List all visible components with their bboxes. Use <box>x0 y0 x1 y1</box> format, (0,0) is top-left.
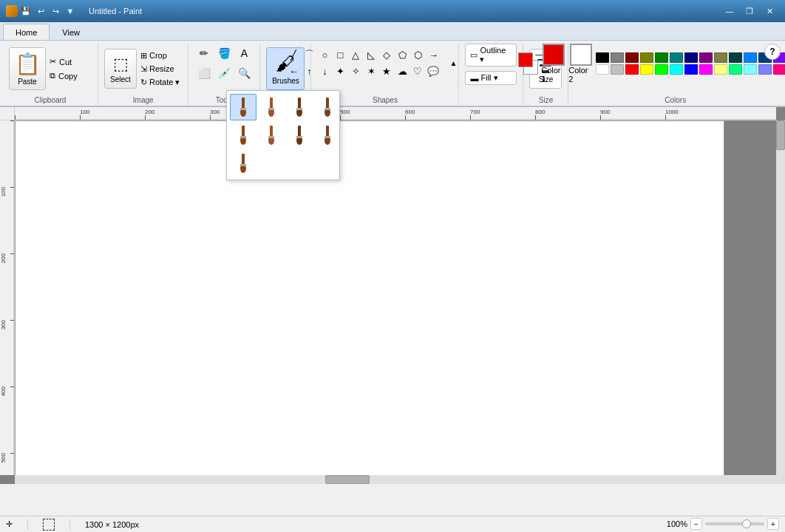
shape-4arrow[interactable]: ✦ <box>333 64 347 78</box>
shape-pentagon[interactable]: ⬠ <box>395 47 410 62</box>
help-button[interactable]: ? <box>764 44 781 60</box>
zoom-plus-button[interactable]: + <box>767 518 779 530</box>
brush-item-7[interactable] <box>314 122 341 149</box>
customize-quick-btn[interactable]: ▼ <box>64 4 77 18</box>
magnifier-tool[interactable]: 🔍 <box>234 64 254 83</box>
brush-item-8[interactable] <box>230 150 256 177</box>
paste-button[interactable]: 📋 Paste <box>9 47 46 90</box>
color2-button[interactable]: Color 2 <box>568 44 593 83</box>
tab-view[interactable]: View <box>50 24 92 40</box>
swatches-row-1 <box>596 52 785 63</box>
zoom-slider[interactable] <box>705 522 764 525</box>
color-swatch[interactable] <box>611 64 624 75</box>
outline-label: Outline ▾ <box>480 46 512 64</box>
shape-rtriangle[interactable]: ◺ <box>364 47 378 62</box>
color-swatch[interactable] <box>596 52 609 63</box>
color1-box[interactable] <box>543 44 565 66</box>
color-swatch[interactable] <box>744 52 757 63</box>
zoom-minus-button[interactable]: − <box>690 518 702 530</box>
color-swatch[interactable] <box>596 64 609 75</box>
text-tool[interactable]: A <box>234 44 254 63</box>
shape-diamond[interactable]: ◇ <box>379 47 394 62</box>
copy-button[interactable]: ⧉ Copy <box>47 69 92 82</box>
picker-tool[interactable]: 💉 <box>214 64 234 83</box>
color-swatch[interactable] <box>744 64 757 75</box>
tab-home[interactable]: Home <box>3 24 50 40</box>
eraser-tool[interactable]: ⬜ <box>194 64 214 83</box>
color-swatch[interactable] <box>773 64 785 75</box>
color-swatch[interactable] <box>758 64 772 75</box>
brush-item-4[interactable] <box>230 122 256 149</box>
swatches-wrapper <box>596 52 785 75</box>
shape-cloud[interactable]: ☁ <box>395 64 410 78</box>
shape-oval[interactable]: ○ <box>317 47 332 62</box>
shape-arrow-d[interactable]: ↓ <box>317 64 332 78</box>
paint-canvas[interactable] <box>15 120 724 482</box>
shape-speech[interactable]: 💬 <box>426 64 441 78</box>
color-swatch[interactable] <box>640 52 653 63</box>
color-swatch[interactable] <box>625 52 639 63</box>
minimize-button[interactable]: — <box>720 4 739 18</box>
brush-item-6[interactable] <box>286 122 313 149</box>
color-swatch[interactable] <box>670 52 683 63</box>
redo-quick-btn[interactable]: ↪ <box>49 4 62 18</box>
pencil-tool[interactable]: ✏ <box>194 44 214 63</box>
shape-star4[interactable]: ✧ <box>348 64 363 78</box>
svg-rect-18 <box>298 126 301 137</box>
shape-arrow-r[interactable]: → <box>426 47 441 62</box>
color1-button[interactable]: Color 1 <box>541 44 565 83</box>
resize-button[interactable]: ⇲ Resize <box>138 63 182 75</box>
color-swatch[interactable] <box>670 64 683 75</box>
color-swatch[interactable] <box>625 64 639 75</box>
zoom-thumb[interactable] <box>742 519 751 528</box>
horizontal-scrollbar[interactable] <box>15 475 776 484</box>
shape-heart[interactable]: ♡ <box>410 64 425 78</box>
selection-icon <box>43 519 55 531</box>
color-swatch[interactable] <box>655 52 668 63</box>
close-button[interactable]: ✕ <box>760 4 779 18</box>
save-quick-btn[interactable]: 💾 <box>19 4 33 18</box>
ruler-v-tick <box>10 187 14 188</box>
color-swatch[interactable] <box>714 64 727 75</box>
color-swatch[interactable] <box>640 64 653 75</box>
color-swatch[interactable] <box>611 52 624 63</box>
brush-item-0[interactable] <box>230 94 256 120</box>
color-swatch[interactable] <box>729 52 742 63</box>
shape-triangle[interactable]: △ <box>348 47 363 62</box>
cut-button[interactable]: ✂ Cut <box>47 55 92 68</box>
brush-item-1[interactable] <box>258 94 285 120</box>
crop-button[interactable]: ⊞ Crop <box>138 50 182 62</box>
shape-star6[interactable]: ✶ <box>364 64 378 78</box>
fill-tool[interactable]: 🪣 <box>214 44 234 63</box>
rotate-button[interactable]: ↻ Rotate ▾ <box>138 76 182 89</box>
color-swatch[interactable] <box>699 64 713 75</box>
fill-dropdown[interactable]: ▬ Fill ▾ <box>465 71 517 85</box>
vertical-scrollbar[interactable] <box>776 120 785 475</box>
brush-item-5[interactable] <box>258 122 285 149</box>
v-scroll-thumb[interactable] <box>776 120 785 150</box>
shape-hexagon[interactable]: ⬡ <box>410 47 425 62</box>
select-button[interactable]: ⬚ Select <box>104 49 137 89</box>
color-swatch[interactable] <box>684 64 698 75</box>
ruler-h-mark: 700 <box>470 109 480 115</box>
color-swatch[interactable] <box>655 64 668 75</box>
ruler-h-mark: 500 <box>340 109 350 115</box>
maximize-button[interactable]: ❐ <box>740 4 759 18</box>
color-swatch[interactable] <box>684 52 698 63</box>
shape-arrow-l[interactable]: ← <box>286 64 301 78</box>
svg-rect-14 <box>240 136 246 138</box>
color-swatch[interactable] <box>729 64 742 75</box>
undo-quick-btn[interactable]: ↩ <box>34 4 47 18</box>
color-swatch[interactable] <box>699 52 713 63</box>
shape-arrow-u[interactable]: ↑ <box>302 64 316 78</box>
shape-curve[interactable]: ⌒ <box>302 47 316 62</box>
brush-item-2[interactable] <box>286 94 313 120</box>
shape-star[interactable]: ★ <box>379 64 394 78</box>
shape-line[interactable]: ╱ <box>286 47 301 62</box>
color-swatch[interactable] <box>714 52 727 63</box>
shape-rect[interactable]: □ <box>333 47 347 62</box>
brush-item-3[interactable] <box>314 94 341 120</box>
h-scroll-thumb[interactable] <box>325 475 370 484</box>
outline-dropdown[interactable]: ▭ Outline ▾ <box>465 44 517 66</box>
color2-box[interactable] <box>570 44 592 66</box>
